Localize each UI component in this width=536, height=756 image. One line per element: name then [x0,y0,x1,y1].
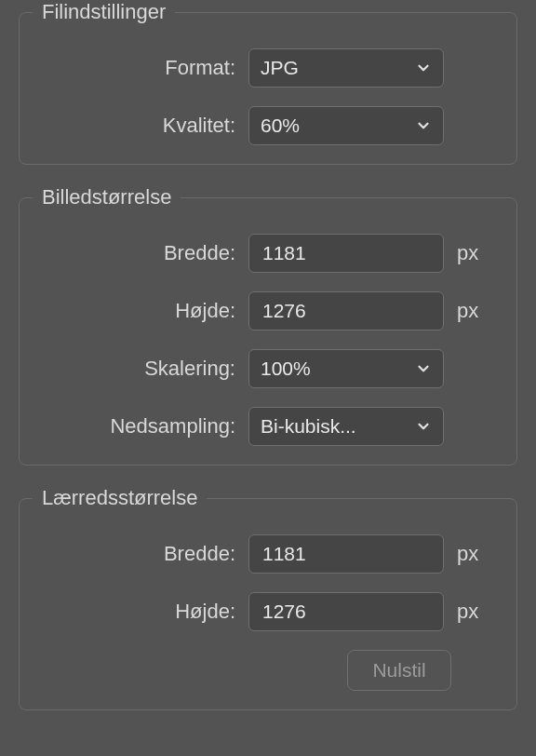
quality-value: 60% [261,115,300,137]
scale-label: Skalering: [33,357,248,381]
image-height-field[interactable] [261,299,432,323]
canvas-width-input[interactable] [248,534,444,574]
image-height-input[interactable] [248,291,444,331]
image-height-label: Højde: [33,299,248,323]
canvas-height-field[interactable] [261,600,432,624]
resample-select[interactable]: Bi-kubisk... [248,407,444,446]
quality-row: Kvalitet: 60% [33,106,503,145]
scale-row: Skalering: 100% [33,349,503,388]
canvas-height-row: Højde: px [33,592,503,631]
image-width-unit: px [444,241,478,265]
chevron-down-icon [415,360,432,377]
chevron-down-icon [415,60,432,76]
resample-row: Nedsampling: Bi-kubisk... [33,407,503,446]
image-height-row: Højde: px [33,291,503,331]
chevron-down-icon [415,418,432,435]
image-width-label: Bredde: [33,241,248,265]
chevron-down-icon [415,117,432,134]
image-size-legend: Billedstørrelse [33,185,181,209]
scale-value: 100% [261,358,311,380]
canvas-size-legend: Lærredsstørrelse [33,486,207,510]
file-settings-legend: Filindstillinger [33,0,175,24]
canvas-height-input[interactable] [248,592,444,631]
quality-label: Kvalitet: [33,114,248,138]
canvas-size-group: Lærredsstørrelse Bredde: px Højde: px Nu… [19,486,517,710]
reset-button[interactable]: Nulstil [347,650,451,691]
format-label: Format: [33,56,248,80]
image-width-input[interactable] [248,234,444,273]
canvas-reset-row: Nulstil [33,650,503,691]
format-row: Format: JPG [33,48,503,88]
export-settings-panel: Filindstillinger Format: JPG Kvalitet: 6… [0,0,536,749]
image-size-group: Billedstørrelse Bredde: px Højde: px Ska… [19,185,517,466]
canvas-width-label: Bredde: [33,542,248,566]
canvas-width-field[interactable] [261,542,432,566]
image-width-field[interactable] [261,241,432,265]
resample-value: Bi-kubisk... [261,415,356,438]
file-settings-group: Filindstillinger Format: JPG Kvalitet: 6… [19,0,517,165]
canvas-width-unit: px [444,542,478,566]
canvas-width-row: Bredde: px [33,534,503,574]
resample-label: Nedsampling: [33,414,248,439]
quality-select[interactable]: 60% [248,106,444,145]
image-height-unit: px [444,299,478,323]
scale-select[interactable]: 100% [248,349,444,388]
canvas-height-label: Højde: [33,600,248,624]
format-value: JPG [261,57,299,79]
image-width-row: Bredde: px [33,234,503,273]
format-select[interactable]: JPG [248,48,444,88]
canvas-height-unit: px [444,600,478,624]
